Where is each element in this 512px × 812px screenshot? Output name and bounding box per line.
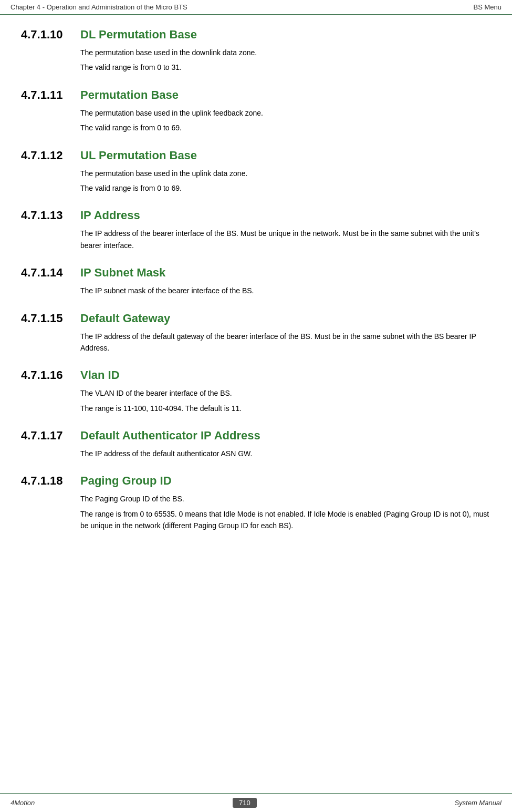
section-8-para-1: The range is from 0 to 65535. 0 means th… [80,508,491,532]
section-body-1: The permutation base used in the uplink … [21,107,491,134]
section-4-7-1-14: 4.7.1.14IP Subnet MaskThe IP subnet mask… [21,266,491,296]
section-0-para-1: The valid range is from 0 to 31. [80,61,491,73]
section-title-3: IP Address [80,209,140,222]
section-8-para-0: The Paging Group ID of the BS. [80,493,491,505]
section-body-5: The IP address of the default gateway of… [21,331,491,354]
section-body-0: The permutation base used in the downlin… [21,47,491,74]
section-body-2: The permutation base used in the uplink … [21,168,491,194]
section-1-para-0: The permutation base used in the uplink … [80,107,491,119]
section-heading-2: 4.7.1.12UL Permutation Base [21,149,491,162]
section-4-7-1-10: 4.7.1.10DL Permutation BaseThe permutati… [21,28,491,74]
section-title-8: Paging Group ID [80,474,172,488]
section-4-7-1-13: 4.7.1.13IP AddressThe IP address of the … [21,209,491,251]
section-1-para-1: The valid range is from 0 to 69. [80,122,491,133]
header-right: BS Menu [474,3,501,11]
section-2-para-0: The permutation base used in the uplink … [80,168,491,179]
section-title-4: IP Subnet Mask [80,266,165,280]
section-body-8: The Paging Group ID of the BS.The range … [21,493,491,531]
section-body-6: The VLAN ID of the bearer interface of t… [21,387,491,414]
section-title-6: Vlan ID [80,368,120,382]
section-6-para-1: The range is 11-100, 110-4094. The defau… [80,403,491,414]
section-number-4: 4.7.1.14 [21,266,71,280]
section-number-6: 4.7.1.16 [21,368,71,382]
section-4-7-1-16: 4.7.1.16Vlan IDThe VLAN ID of the bearer… [21,368,491,414]
section-title-1: Permutation Base [80,88,179,102]
section-3-para-0: The IP address of the bearer interface o… [80,228,491,251]
section-title-0: DL Permutation Base [80,28,197,42]
section-title-5: Default Gateway [80,312,170,325]
section-body-4: The IP subnet mask of the bearer interfa… [21,285,491,296]
section-body-3: The IP address of the bearer interface o… [21,228,491,251]
section-4-7-1-15: 4.7.1.15Default GatewayThe IP address of… [21,312,491,354]
footer-bar: 4Motion 710 System Manual [0,793,512,812]
section-number-1: 4.7.1.11 [21,88,71,102]
section-number-7: 4.7.1.17 [21,429,71,443]
section-4-7-1-17: 4.7.1.17Default Authenticator IP Address… [21,429,491,459]
section-title-2: UL Permutation Base [80,149,197,162]
section-5-para-0: The IP address of the default gateway of… [80,331,491,354]
section-heading-5: 4.7.1.15Default Gateway [21,312,491,325]
section-heading-7: 4.7.1.17Default Authenticator IP Address [21,429,491,443]
section-heading-1: 4.7.1.11Permutation Base [21,88,491,102]
section-4-7-1-12: 4.7.1.12UL Permutation BaseThe permutati… [21,149,491,194]
section-4-7-1-18: 4.7.1.18Paging Group IDThe Paging Group … [21,474,491,531]
section-number-5: 4.7.1.15 [21,312,71,325]
section-heading-6: 4.7.1.16Vlan ID [21,368,491,382]
section-body-7: The IP address of the default authentica… [21,448,491,459]
footer-right: System Manual [454,799,501,807]
section-0-para-0: The permutation base used in the downlin… [80,47,491,58]
footer-page-number: 710 [233,798,257,808]
section-heading-0: 4.7.1.10DL Permutation Base [21,28,491,42]
header-bar: Chapter 4 - Operation and Administration… [0,0,512,15]
section-6-para-0: The VLAN ID of the bearer interface of t… [80,387,491,399]
section-heading-4: 4.7.1.14IP Subnet Mask [21,266,491,280]
section-number-8: 4.7.1.18 [21,474,71,488]
section-number-2: 4.7.1.12 [21,149,71,162]
section-heading-3: 4.7.1.13IP Address [21,209,491,222]
header-left: Chapter 4 - Operation and Administration… [11,3,187,11]
footer-left: 4Motion [11,799,35,807]
section-number-0: 4.7.1.10 [21,28,71,42]
section-4-7-1-11: 4.7.1.11Permutation BaseThe permutation … [21,88,491,134]
section-title-7: Default Authenticator IP Address [80,429,260,443]
section-number-3: 4.7.1.13 [21,209,71,222]
section-4-para-0: The IP subnet mask of the bearer interfa… [80,285,491,296]
section-7-para-0: The IP address of the default authentica… [80,448,491,459]
main-content: 4.7.1.10DL Permutation BaseThe permutati… [0,15,512,793]
section-heading-8: 4.7.1.18Paging Group ID [21,474,491,488]
section-2-para-1: The valid range is from 0 to 69. [80,182,491,194]
